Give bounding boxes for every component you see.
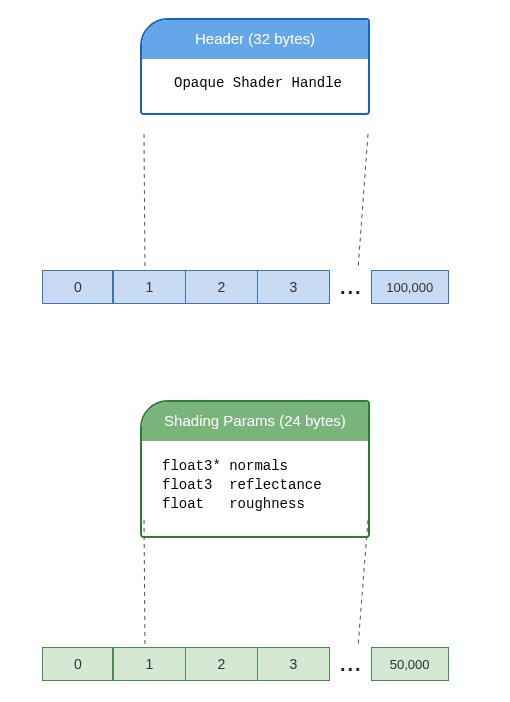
array-cell: 1 bbox=[114, 270, 186, 304]
array-cell: 3 bbox=[258, 270, 330, 304]
array-cell: 2 bbox=[186, 647, 258, 681]
header-diagram: Header (32 bytes) Opaque Shader Handle 0… bbox=[0, 0, 510, 330]
svg-line-0 bbox=[144, 134, 145, 270]
array-cell: 3 bbox=[258, 647, 330, 681]
array-cell: 0 bbox=[42, 270, 114, 304]
array-last-cell: 50,000 bbox=[371, 647, 449, 681]
svg-line-1 bbox=[358, 134, 368, 270]
header-array: 0 1 2 3 ... 100,000 bbox=[42, 270, 449, 304]
header-callout-title: Header (32 bytes) bbox=[142, 20, 368, 59]
params-callout-title: Shading Params (24 bytes) bbox=[142, 402, 368, 441]
array-cell: 0 bbox=[42, 647, 114, 681]
ellipsis-icon: ... bbox=[330, 276, 371, 299]
ellipsis-icon: ... bbox=[330, 653, 371, 676]
array-cell: 1 bbox=[114, 647, 186, 681]
array-cell: 2 bbox=[186, 270, 258, 304]
header-callout-body: Opaque Shader Handle bbox=[142, 59, 368, 113]
params-callout: Shading Params (24 bytes) float3* normal… bbox=[140, 400, 370, 538]
params-array: 0 1 2 3 ... 50,000 bbox=[42, 647, 449, 681]
svg-line-3 bbox=[358, 520, 368, 647]
params-callout-body: float3* normals float3 reflectance float… bbox=[142, 441, 368, 536]
array-last-cell: 100,000 bbox=[371, 270, 449, 304]
svg-line-2 bbox=[144, 520, 145, 647]
params-diagram: Shading Params (24 bytes) float3* normal… bbox=[0, 390, 510, 700]
header-callout: Header (32 bytes) Opaque Shader Handle bbox=[140, 18, 370, 115]
